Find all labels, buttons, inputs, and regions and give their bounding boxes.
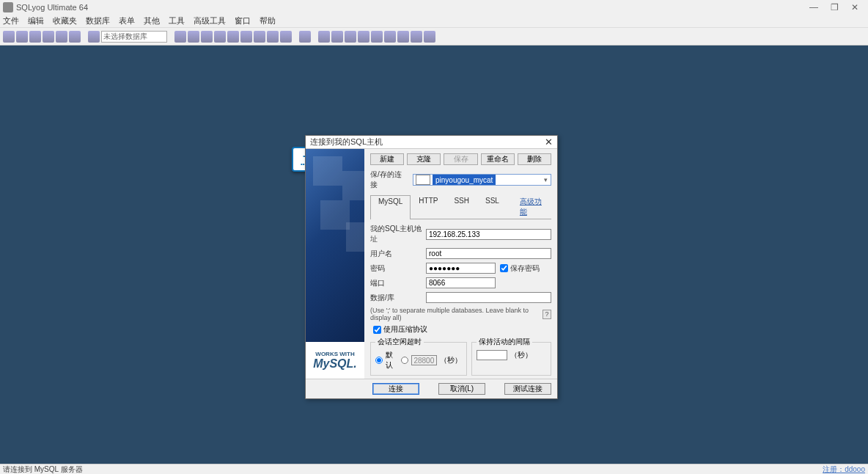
password-label: 密码 (370, 263, 422, 274)
tb-icon[interactable] (227, 31, 239, 43)
database-input[interactable] (426, 292, 551, 303)
menu-powertools[interactable]: 高级工具 (194, 15, 226, 26)
tb-icon[interactable] (280, 31, 292, 43)
compress-checkbox[interactable]: 使用压缩协议 (373, 324, 551, 335)
menu-table[interactable]: 表单 (119, 15, 135, 26)
dialog-close-icon[interactable]: ✕ (545, 136, 553, 147)
tb-icon[interactable] (318, 31, 330, 43)
mysql-label: MySQL. (313, 357, 357, 371)
host-input[interactable]: 192.168.25.133 (426, 229, 551, 240)
tb-icon[interactable] (358, 31, 369, 43)
menu-tools[interactable]: 工具 (169, 15, 185, 26)
help-icon[interactable]: ? (542, 310, 551, 319)
menu-help[interactable]: 帮助 (260, 15, 276, 26)
tb-icon[interactable] (254, 31, 265, 43)
keepalive-legend: 保持活动的间隔 (477, 337, 532, 347)
menu-bar: 文件 编辑 收藏夹 数据库 表单 其他 工具 高级工具 窗口 帮助 (0, 15, 868, 28)
tb-icon[interactable] (371, 31, 383, 43)
dialog-titlebar: 连接到我的SQL主机 ✕ (306, 136, 557, 149)
database-hint: (Use ';' to separate multiple databases.… (370, 307, 542, 321)
app-title: SQLyog Ultimate 64 (16, 3, 88, 12)
compress-label: 使用压缩协议 (383, 324, 427, 335)
tb-icon[interactable] (240, 31, 252, 43)
password-input[interactable]: ●●●●●●● (426, 263, 496, 274)
tb-icon[interactable] (16, 31, 28, 43)
keepalive-group: 保持活动的间隔 （秒） (471, 337, 551, 376)
keepalive-unit: （秒） (510, 350, 532, 360)
tab-advanced[interactable]: 高级功能 (512, 194, 551, 219)
connection-tabs: MySQL HTTP SSH SSL 高级功能 (370, 194, 551, 219)
dialog-title-text: 连接到我的SQL主机 (310, 136, 383, 147)
database-label: 数据/库 (370, 293, 422, 303)
tb-icon[interactable] (56, 31, 67, 43)
port-input[interactable]: 8066 (426, 277, 496, 288)
tb-icon[interactable] (411, 31, 422, 43)
registration-link[interactable]: 注册：ddooo (823, 464, 865, 475)
menu-file[interactable]: 文件 (3, 15, 19, 26)
tab-mysql[interactable]: MySQL (370, 195, 411, 219)
timeout-default-radio[interactable] (375, 357, 383, 364)
user-label: 用户名 (370, 249, 422, 259)
status-bar: 请连接到 MySQL 服务器 注册：ddooo (0, 464, 868, 474)
tab-ssl[interactable]: SSL (477, 194, 507, 219)
save-password-label: 保存密码 (510, 263, 540, 274)
timeout-value: 28800 (411, 355, 437, 365)
maximize-button[interactable]: ❐ (824, 2, 845, 12)
tb-icon[interactable] (331, 31, 343, 43)
rename-button[interactable]: 重命名 (481, 153, 515, 165)
title-bar: SQLyog Ultimate 64 — ❐ ✕ (0, 0, 868, 15)
cancel-button[interactable]: 取消(L) (438, 383, 485, 395)
save-password-checkbox[interactable]: 保存密码 (500, 263, 551, 274)
tb-icon[interactable] (29, 31, 41, 43)
minimize-button[interactable]: — (803, 2, 824, 12)
tb-icon[interactable] (397, 31, 409, 43)
tab-http[interactable]: HTTP (411, 194, 446, 219)
timeout-custom-radio[interactable] (401, 357, 408, 364)
tb-icon[interactable] (174, 31, 186, 43)
toolbar: 未选择数据库 (0, 28, 868, 45)
tb-icon[interactable] (345, 31, 356, 43)
test-connect-button[interactable]: 测试连接 (504, 383, 551, 395)
menu-other[interactable]: 其他 (144, 15, 160, 26)
session-timeout-group: 会话空闲超时 默认 28800 （秒） (370, 337, 467, 376)
menu-favorites[interactable]: 收藏夹 (53, 15, 77, 26)
database-selector[interactable]: 未选择数据库 (101, 31, 167, 43)
compress-box[interactable] (373, 326, 381, 334)
tb-icon[interactable] (214, 31, 226, 43)
menu-edit[interactable]: 编辑 (28, 15, 44, 26)
tb-icon[interactable] (69, 31, 81, 43)
timeout-default-label: 默认 (386, 350, 398, 371)
save-password-box[interactable] (500, 264, 508, 272)
dialog-sidebar: WORKS WITH MySQL. (306, 149, 364, 379)
saved-connection-label: 保/存的连接 (370, 169, 408, 190)
tb-icon[interactable] (3, 31, 15, 43)
timeout-unit: （秒） (440, 355, 462, 365)
keepalive-input[interactable] (477, 350, 507, 360)
save-button: 保存 (444, 153, 477, 165)
connection-flag-icon (416, 175, 430, 185)
tb-icon[interactable] (384, 31, 396, 43)
tab-ssh[interactable]: SSH (446, 194, 477, 219)
clone-button[interactable]: 克隆 (407, 153, 441, 165)
tb-icon[interactable] (43, 31, 54, 43)
user-input[interactable]: root (426, 248, 551, 259)
port-label: 端口 (370, 278, 422, 288)
connect-button[interactable]: 连接 (372, 383, 419, 395)
saved-connection-combo[interactable]: pinyougou_mycat ▾ (413, 174, 551, 186)
close-button[interactable]: ✕ (845, 2, 865, 12)
menu-database[interactable]: 数据库 (86, 15, 110, 26)
delete-button[interactable]: 删除 (518, 153, 551, 165)
tb-icon[interactable] (201, 31, 213, 43)
saved-connection-value: pinyougou_mycat (433, 175, 496, 185)
status-text: 请连接到 MySQL 服务器 (3, 464, 83, 475)
tb-icon[interactable] (299, 31, 311, 43)
tb-icon[interactable] (267, 31, 279, 43)
app-icon (3, 2, 13, 12)
menu-window[interactable]: 窗口 (235, 15, 251, 26)
tb-icon[interactable] (424, 31, 435, 43)
new-button[interactable]: 新建 (370, 153, 404, 165)
tb-icon[interactable] (188, 31, 199, 43)
tb-icon[interactable] (88, 31, 100, 43)
chevron-down-icon: ▾ (541, 176, 551, 183)
host-label: 我的SQL主机地址 (370, 224, 422, 244)
